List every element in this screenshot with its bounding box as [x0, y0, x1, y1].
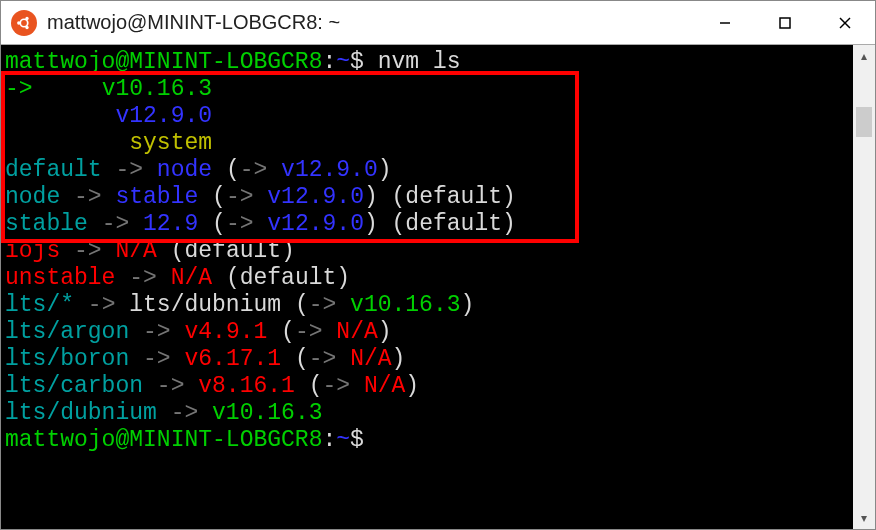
arrow: ->	[60, 238, 115, 264]
lts-dubnium-label: lts/dubnium	[129, 292, 281, 318]
paren: (	[295, 373, 323, 399]
arrow-in: ->	[309, 346, 337, 372]
scroll-track[interactable]	[853, 67, 875, 507]
scroll-down-icon[interactable]: ▾	[853, 507, 875, 529]
arrow: ->	[115, 265, 170, 291]
arrow-in: ->	[240, 157, 268, 183]
na-value: N/A	[323, 319, 378, 345]
version-4: v4.9.1	[184, 319, 267, 345]
lts-argon: lts/argon	[5, 319, 129, 345]
scroll-thumb[interactable]	[856, 107, 872, 137]
terminal-output[interactable]: mattwojo@MININT-LOBGCR8:~$ nvm ls -> v10…	[1, 45, 853, 529]
paren-close: )	[392, 346, 406, 372]
arrow: ->	[129, 346, 184, 372]
paren-close: )	[364, 184, 378, 210]
resolved-version: v12.9.0	[254, 211, 364, 237]
default-txt: (default)	[157, 238, 295, 264]
paren-close: )	[378, 157, 392, 183]
lts-dubnium: lts/dubnium	[5, 400, 157, 426]
alias-target: 12.9	[143, 211, 198, 237]
paren: (	[281, 346, 309, 372]
version-8: v8.16.1	[198, 373, 295, 399]
alias-node: node	[5, 184, 60, 210]
svg-rect-6	[780, 18, 790, 28]
close-button[interactable]	[815, 1, 875, 44]
na-value: N/A	[171, 265, 212, 291]
alias-target: node	[157, 157, 212, 183]
alias-target: stable	[115, 184, 198, 210]
paren: (	[198, 184, 226, 210]
na-value: N/A	[115, 238, 156, 264]
default-txt: (default)	[378, 211, 516, 237]
resolved-version: v12.9.0	[254, 184, 364, 210]
arrow: ->	[129, 319, 184, 345]
lts-star: lts/*	[5, 292, 74, 318]
resolved-version: v10.16.3	[336, 292, 460, 318]
terminal-window: mattwojo@MININT-LOBGCR8: ~ mattwojo@MINI…	[0, 0, 876, 530]
arrow-in: ->	[226, 184, 254, 210]
paren-close: )	[461, 292, 475, 318]
alias-default: default	[5, 157, 102, 183]
version-12: v12.9.0	[5, 103, 212, 129]
paren-close: )	[405, 373, 419, 399]
command-text: nvm ls	[364, 49, 461, 75]
arrow: ->	[143, 373, 198, 399]
alias-iojs: iojs	[5, 238, 60, 264]
current-arrow: ->	[5, 76, 33, 102]
titlebar: mattwojo@MININT-LOBGCR8: ~	[1, 1, 875, 45]
terminal-body: mattwojo@MININT-LOBGCR8:~$ nvm ls -> v10…	[1, 45, 875, 529]
version-10: v10.16.3	[33, 76, 212, 102]
arrow-in: ->	[309, 292, 337, 318]
paren: (	[267, 319, 295, 345]
lts-boron: lts/boron	[5, 346, 129, 372]
default-txt: (default)	[378, 184, 516, 210]
minimize-button[interactable]	[695, 1, 755, 44]
prompt-user-host: mattwojo@MININT-LOBGCR8	[5, 49, 322, 75]
alias-stable: stable	[5, 211, 88, 237]
arrow: ->	[74, 292, 129, 318]
na-value: N/A	[350, 373, 405, 399]
arrow: ->	[88, 211, 143, 237]
paren-close: )	[378, 319, 392, 345]
resolved-version: v12.9.0	[267, 157, 377, 183]
window-title: mattwojo@MININT-LOBGCR8: ~	[47, 11, 695, 34]
paren: (	[198, 211, 226, 237]
scroll-up-icon[interactable]: ▴	[853, 45, 875, 67]
arrow-in: ->	[295, 319, 323, 345]
maximize-button[interactable]	[755, 1, 815, 44]
ubuntu-icon	[11, 10, 37, 36]
version-6: v6.17.1	[184, 346, 281, 372]
prompt-path-2: ~	[336, 427, 350, 453]
arrow: ->	[157, 400, 212, 426]
scrollbar[interactable]: ▴ ▾	[853, 45, 875, 529]
prompt-colon: :	[322, 49, 336, 75]
paren: (	[281, 292, 309, 318]
arrow-in: ->	[323, 373, 351, 399]
prompt-dollar-2: $	[350, 427, 364, 453]
version-10: v10.16.3	[212, 400, 322, 426]
paren-close: )	[364, 211, 378, 237]
prompt-path: ~	[336, 49, 350, 75]
prompt-dollar: $	[350, 49, 364, 75]
arrow-in: ->	[226, 211, 254, 237]
prompt-user-host-2: mattwojo@MININT-LOBGCR8	[5, 427, 322, 453]
arrow: ->	[102, 157, 157, 183]
window-controls	[695, 1, 875, 44]
arrow: ->	[60, 184, 115, 210]
default-txt: (default)	[212, 265, 350, 291]
paren: (	[212, 157, 240, 183]
lts-carbon: lts/carbon	[5, 373, 143, 399]
system-label: system	[5, 130, 212, 156]
alias-unstable: unstable	[5, 265, 115, 291]
na-value: N/A	[336, 346, 391, 372]
prompt-colon-2: :	[322, 427, 336, 453]
